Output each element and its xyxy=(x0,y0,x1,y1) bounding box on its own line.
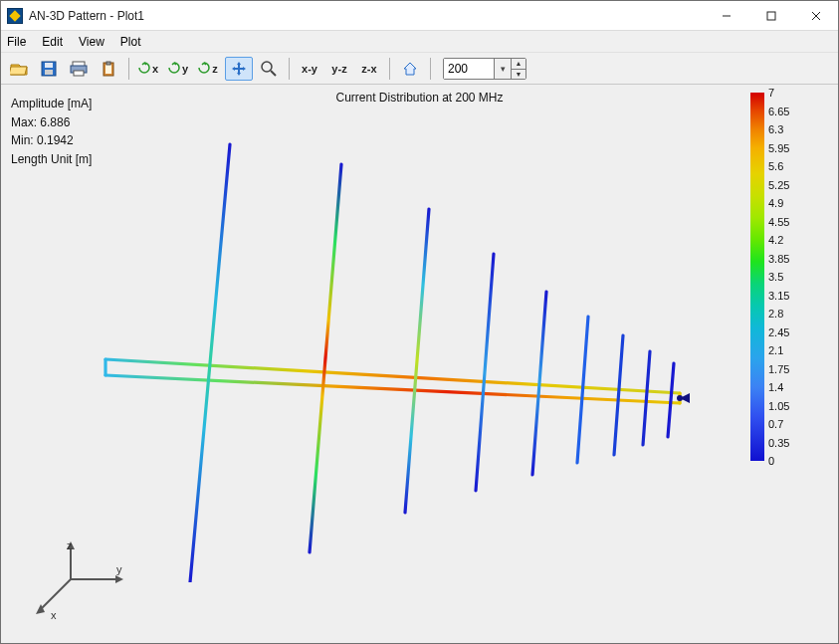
color-legend-ticks: 7 6.65 6.3 5.95 5.6 5.25 4.9 4.55 4.2 3.… xyxy=(768,93,806,461)
color-legend: 7 6.65 6.3 5.95 5.6 5.25 4.9 4.55 4.2 3.… xyxy=(750,93,806,461)
svg-line-19 xyxy=(39,579,71,611)
legend-tick: 1.4 xyxy=(768,381,783,393)
menu-edit[interactable]: Edit xyxy=(42,35,63,49)
svg-rect-11 xyxy=(105,65,111,74)
save-button[interactable] xyxy=(35,57,63,81)
home-icon xyxy=(402,61,418,77)
legend-tick: 6.65 xyxy=(768,106,789,117)
svg-rect-6 xyxy=(45,70,53,75)
separator xyxy=(289,58,290,80)
chevron-down-icon: ▾ xyxy=(495,59,511,79)
view-xy-label: x-y xyxy=(300,63,319,75)
axis-z-text: z xyxy=(67,539,73,551)
clipboard-icon xyxy=(102,61,115,77)
menu-bar: File Edit View Plot xyxy=(1,31,838,53)
svg-point-13 xyxy=(262,62,272,72)
separator xyxy=(430,58,431,80)
frequency-input[interactable] xyxy=(444,59,494,79)
color-legend-bar xyxy=(750,93,764,461)
svg-rect-9 xyxy=(74,71,84,76)
antenna-model xyxy=(81,114,718,582)
view-zx-button[interactable]: z-x xyxy=(355,57,383,81)
separator xyxy=(128,58,129,80)
spin-up-button[interactable]: ▲ xyxy=(512,59,525,69)
view-yz-button[interactable]: y-z xyxy=(325,57,353,81)
legend-tick: 3.85 xyxy=(768,253,789,265)
separator xyxy=(389,58,390,80)
rotate-arrow-icon xyxy=(138,62,150,76)
legend-tick: 4.9 xyxy=(768,197,783,209)
toolbar: x y z x-y y-z z-x xyxy=(1,53,838,85)
home-view-button[interactable] xyxy=(396,57,424,81)
legend-tick: 3.5 xyxy=(768,271,783,283)
legend-tick: 4.2 xyxy=(768,234,783,246)
zoom-button[interactable] xyxy=(255,57,283,81)
axis-y-label: y xyxy=(180,63,190,75)
legend-tick: 7 xyxy=(768,87,774,99)
spin-down-button[interactable]: ▼ xyxy=(512,69,525,79)
folder-open-icon xyxy=(10,61,28,77)
app-icon xyxy=(7,8,23,24)
svg-line-31 xyxy=(614,335,623,455)
legend-tick: 2.45 xyxy=(768,326,789,338)
menu-file[interactable]: File xyxy=(7,35,26,49)
legend-tick: 3.15 xyxy=(768,290,789,302)
legend-tick: 4.55 xyxy=(768,216,789,228)
legend-tick: 2.8 xyxy=(768,308,783,320)
view-xy-button[interactable]: x-y xyxy=(296,57,323,81)
legend-tick: 0.7 xyxy=(768,418,783,430)
view-yz-label: y-z xyxy=(329,63,348,75)
view-zx-label: z-x xyxy=(359,63,378,75)
svg-rect-1 xyxy=(767,12,775,20)
rotate-x-button[interactable]: x xyxy=(135,57,163,81)
svg-line-33 xyxy=(668,363,674,437)
legend-tick: 2.1 xyxy=(768,344,783,356)
legend-tick: 5.6 xyxy=(768,160,783,172)
amplitude-label: Amplitude [mA] xyxy=(11,95,92,113)
printer-icon xyxy=(70,61,88,77)
magnifier-icon xyxy=(261,61,277,77)
legend-tick: 0 xyxy=(768,455,774,467)
plot-area[interactable]: Amplitude [mA] Max: 6.886 Min: 0.1942 Le… xyxy=(1,85,838,643)
clipboard-button[interactable] xyxy=(95,57,122,81)
axis-x-text: x xyxy=(51,609,57,621)
svg-rect-12 xyxy=(106,62,110,65)
app-window: AN-3D Pattern - Plot1 File Edit View Plo… xyxy=(0,0,839,644)
pan-arrows-icon xyxy=(231,61,247,77)
svg-rect-5 xyxy=(45,63,53,68)
axis-x-label: x xyxy=(150,63,160,75)
minimize-button[interactable] xyxy=(704,1,748,30)
legend-tick: 1.05 xyxy=(768,400,789,412)
rotate-arrow-icon xyxy=(168,62,180,76)
open-button[interactable] xyxy=(5,57,33,81)
legend-tick: 1.75 xyxy=(768,363,789,375)
print-button[interactable] xyxy=(65,57,93,81)
axis-z-label: z xyxy=(210,63,220,75)
close-button[interactable] xyxy=(793,1,838,30)
title-bar: AN-3D Pattern - Plot1 xyxy=(1,1,838,31)
rotate-z-button[interactable]: z xyxy=(195,57,223,81)
pan-button[interactable] xyxy=(225,57,253,81)
svg-line-27 xyxy=(405,209,429,513)
maximize-button[interactable] xyxy=(748,1,793,30)
legend-tick: 0.35 xyxy=(768,437,789,449)
frequency-dropdown[interactable]: ▾ xyxy=(494,59,511,79)
svg-line-30 xyxy=(577,317,588,463)
legend-tick: 5.25 xyxy=(768,179,789,191)
svg-line-14 xyxy=(271,71,276,76)
plot-title: Current Distribution at 200 MHz xyxy=(335,91,503,105)
frequency-selector: ▾ ▲ ▼ xyxy=(443,58,526,80)
svg-line-26 xyxy=(310,164,341,552)
menu-view[interactable]: View xyxy=(79,35,105,49)
legend-tick: 6.3 xyxy=(768,123,783,135)
rotate-arrow-icon xyxy=(198,62,210,76)
frequency-spinner: ▲ ▼ xyxy=(511,59,525,79)
svg-line-28 xyxy=(476,254,494,491)
floppy-disk-icon xyxy=(41,61,57,77)
svg-line-32 xyxy=(643,351,650,445)
window-title: AN-3D Pattern - Plot1 xyxy=(29,9,144,23)
rotate-y-button[interactable]: y xyxy=(165,57,193,81)
legend-tick: 5.95 xyxy=(768,142,789,154)
menu-plot[interactable]: Plot xyxy=(120,35,141,49)
